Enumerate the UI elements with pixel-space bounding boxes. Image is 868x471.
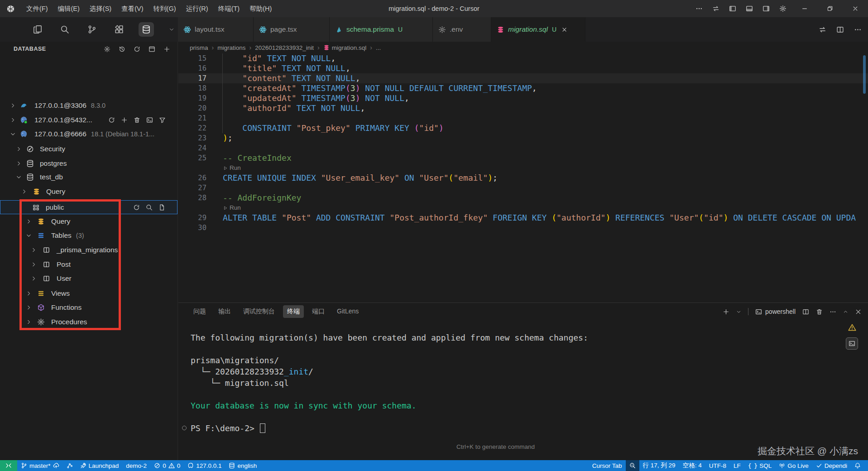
status-item-SQL[interactable]: { }SQL: [744, 460, 776, 471]
menu-item[interactable]: 文件(F): [21, 0, 53, 17]
refresh-button[interactable]: [108, 116, 115, 123]
tree-chevron-icon[interactable]: [26, 218, 32, 224]
menu-item[interactable]: 转到(G): [149, 0, 181, 17]
split-button[interactable]: [802, 308, 809, 315]
tree-item-Query[interactable]: Query: [0, 184, 177, 198]
tree-chevron-icon[interactable]: [16, 146, 22, 152]
tree-item-public[interactable]: public: [0, 200, 177, 214]
tree-chevron-icon[interactable]: [31, 247, 37, 253]
tab-migration.sql[interactable]: migration.sqlU: [491, 17, 585, 42]
status-item-Cursor Tab[interactable]: Cursor Tab: [589, 460, 626, 471]
panel-tab-问题[interactable]: 问题: [189, 305, 210, 318]
tree-item-Security[interactable]: Security: [0, 142, 177, 156]
filter-button[interactable]: [159, 116, 166, 123]
activity-extensions-button[interactable]: [111, 22, 127, 37]
plus-button[interactable]: [121, 116, 128, 123]
panel-tab-调试控制台[interactable]: 调试控制台: [239, 305, 279, 318]
console-button[interactable]: [146, 116, 153, 123]
layout-left-button[interactable]: [729, 5, 736, 12]
status-item-LF[interactable]: LF: [730, 460, 744, 471]
menu-item[interactable]: 帮助(H): [245, 0, 277, 17]
activity-search-button[interactable]: [57, 22, 72, 37]
tree-item-Functions[interactable]: Functions: [0, 300, 177, 314]
menu-item[interactable]: 运行(R): [181, 0, 213, 17]
run-codelens[interactable]: Run: [223, 163, 241, 173]
tree-chevron-icon[interactable]: [16, 174, 22, 180]
ellipsis-button[interactable]: [695, 5, 703, 12]
tree-chevron-icon[interactable]: [16, 160, 22, 166]
tab-.env[interactable]: .env: [433, 17, 491, 42]
tree-chevron-icon[interactable]: [26, 319, 32, 325]
new-file-button[interactable]: [158, 204, 165, 211]
tree-chevron-icon[interactable]: [10, 131, 16, 137]
tree-item-127.0.0.1@3306[interactable]: 127.0.0.1@33068.3.0: [0, 98, 177, 112]
status-item-127.0.0.1[interactable]: 127.0.0.1: [184, 460, 225, 471]
status-item-Launchpad[interactable]: Launchpad: [77, 460, 123, 471]
remote-indicator[interactable]: [0, 460, 17, 471]
status-item[interactable]: [626, 460, 639, 471]
breadcrumb-item[interactable]: ...: [376, 44, 381, 51]
tree-item-Post[interactable]: Post: [0, 257, 177, 271]
menu-item[interactable]: 查看(V): [116, 0, 148, 17]
status-item-UTF-8[interactable]: UTF-8: [705, 460, 730, 471]
tree-chevron-icon[interactable]: [31, 261, 37, 267]
menu-item[interactable]: 终端(T): [213, 0, 245, 17]
status-item-空格: 4[interactable]: 空格: 4: [679, 460, 705, 471]
refresh-button[interactable]: [133, 204, 140, 211]
tree-item-Query[interactable]: Query: [0, 214, 177, 228]
menu-item[interactable]: 选择(S): [85, 0, 116, 17]
status-item[interactable]: [63, 460, 77, 471]
tree-item-Tables[interactable]: Tables(3): [0, 228, 177, 242]
panel-tab-端口[interactable]: 端口: [308, 305, 329, 318]
terminal-content[interactable]: The following migration(s) have been cre…: [191, 332, 841, 434]
run-codelens[interactable]: Run: [223, 203, 241, 213]
trash-button[interactable]: [134, 116, 140, 123]
tree-chevron-icon[interactable]: [31, 275, 37, 281]
tree-item-Views[interactable]: Views: [0, 286, 177, 300]
breadcrumb-item[interactable]: migrations: [217, 44, 245, 51]
chevron-down-button[interactable]: [736, 309, 741, 314]
shell-selector[interactable]: powershell: [755, 308, 796, 315]
minimize-button[interactable]: [801, 5, 808, 12]
search-sm-button[interactable]: [146, 204, 153, 211]
activity-chevron-down-button[interactable]: [166, 24, 177, 35]
tree-chevron-icon[interactable]: [10, 102, 16, 108]
menu-item[interactable]: 编辑(E): [53, 0, 85, 17]
tree-chevron-icon[interactable]: [26, 304, 32, 310]
tab-schema.prisma[interactable]: schema.prismaU: [330, 17, 433, 42]
tree-item-test_db[interactable]: test_db: [0, 170, 177, 184]
warning-icon[interactable]: [848, 323, 856, 332]
status-item-english[interactable]: english: [225, 460, 260, 471]
tree-item-127.0.0.1@6666[interactable]: 127.0.0.1@666618.1 (Debian 18.1-1...: [0, 127, 177, 141]
scrollbar-thumb[interactable]: [863, 55, 866, 94]
status-item[interactable]: [851, 460, 864, 471]
tab-page.tsx[interactable]: page.tsx: [254, 17, 330, 42]
chevron-up-button[interactable]: [843, 309, 848, 314]
activity-source-control-button[interactable]: [84, 22, 100, 37]
plus-button[interactable]: [723, 308, 729, 315]
tree-item-127.0.0.1@5432...[interactable]: 127.0.0.1@5432...: [0, 113, 177, 127]
restore-button[interactable]: [827, 5, 833, 12]
ellipsis-button[interactable]: [854, 26, 862, 34]
status-item-行 17, 列 29[interactable]: 行 17, 列 29: [639, 460, 679, 471]
close-button[interactable]: [855, 308, 862, 315]
tree-item-postgres[interactable]: postgres: [0, 156, 177, 170]
status-item-Go Live[interactable]: Go Live: [775, 460, 812, 471]
layout-bottom-button[interactable]: [746, 5, 753, 12]
status-item-master*[interactable]: master*: [17, 460, 63, 471]
sync-button[interactable]: [819, 26, 826, 34]
panel-tab-GitLens[interactable]: GitLens: [333, 305, 363, 318]
terminal-tab-icon[interactable]: [846, 337, 858, 350]
tree-chevron-icon[interactable]: [10, 117, 16, 123]
gear-button[interactable]: [779, 5, 786, 12]
activity-files-button[interactable]: [30, 22, 45, 37]
trash-button[interactable]: [816, 308, 823, 315]
panel-tab-输出[interactable]: 输出: [214, 305, 235, 318]
tree-item-Procedures[interactable]: Procedures: [0, 315, 177, 329]
tree-item-User[interactable]: User: [0, 271, 177, 285]
split-button[interactable]: [836, 26, 844, 34]
tree-chevron-icon[interactable]: [26, 232, 32, 238]
tree-chevron-icon[interactable]: [26, 290, 32, 296]
status-item-0[interactable]: 00: [150, 460, 184, 471]
close-tab-button[interactable]: [561, 27, 567, 33]
